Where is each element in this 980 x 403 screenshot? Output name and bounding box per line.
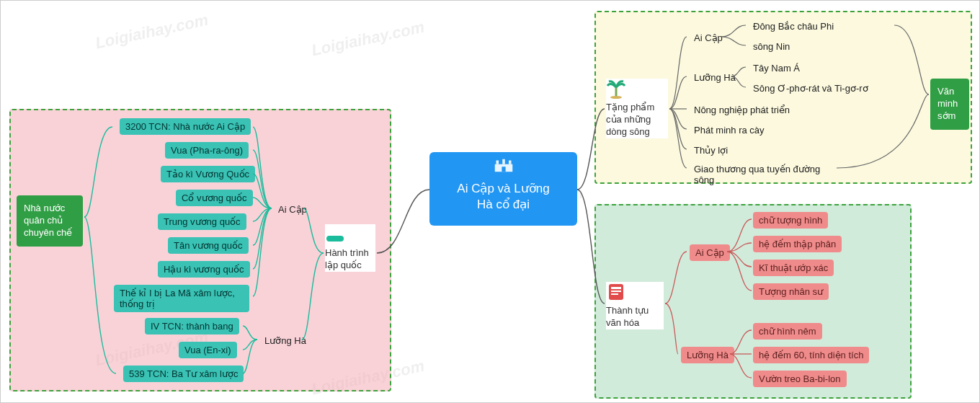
svg-rect-2 — [502, 159, 505, 164]
subgroup-luongha-tr: Lưỡng Hà — [688, 69, 741, 86]
leaf: Sông Ơ-phơ-rát và Ti-gơ-rơ — [747, 80, 874, 97]
leaf: 539 TCN: Ba Tư xâm lược — [123, 366, 244, 382]
subgroup-luongha-br: Lưỡng Hà — [681, 347, 734, 363]
leaf: Trung vương quốc — [158, 213, 246, 230]
subgroup-aicap-br: Ai Cập — [690, 244, 730, 261]
svg-point-6 — [329, 229, 333, 234]
subgroup-aicap-tr: Ai Cập — [688, 30, 729, 46]
branch-bottomright: Thành tựu văn hóa — [606, 282, 664, 329]
leaf: Giao thương qua tuyến đường sông — [688, 161, 832, 188]
watermark: Loigiaihay.com — [94, 11, 210, 53]
svg-rect-4 — [502, 167, 505, 172]
castle-icon — [494, 158, 514, 174]
branch-left-label: Hành trình lập quốc — [325, 247, 369, 270]
leaf: Cổ vương quốc — [176, 190, 253, 206]
svg-rect-11 — [611, 287, 621, 289]
branch-left: Hành trình lập quốc — [325, 224, 375, 272]
leaf: chữ tượng hình — [753, 212, 828, 229]
central-topic-label: Ai Cập và Lưỡng Hà cổ đại — [457, 182, 549, 211]
subgroup-luongha-left: Lưỡng Hà — [259, 332, 312, 349]
leaf: Thủy lợi — [688, 142, 734, 159]
leaf: Phát minh ra cày — [688, 122, 770, 138]
leaf: 3200 TCN: Nhà nước Ai Cập — [120, 118, 251, 135]
side-label-right: Văn minh sớm — [930, 79, 969, 130]
leaf: sông Nin — [747, 38, 796, 55]
svg-rect-3 — [509, 161, 512, 164]
svg-point-8 — [337, 229, 342, 234]
leaf: Tây Nam Á — [747, 60, 806, 76]
watermark: Loigiaihay.com — [310, 18, 426, 61]
leaf: hệ đếm thập phân — [753, 236, 842, 252]
leaf: Vườn treo Ba-bi-lon — [753, 371, 847, 387]
leaf: Tân vương quốc — [168, 237, 249, 254]
leaf: IV TCN: thành bang — [145, 318, 239, 335]
central-topic: Ai Cập và Lưỡng Hà cổ đại — [429, 152, 577, 226]
subgroup-aicap-left: Ai Cập — [272, 201, 313, 218]
svg-rect-12 — [611, 291, 621, 292]
leaf: Kĩ thuật ướp xác — [753, 260, 834, 276]
svg-point-9 — [610, 96, 622, 99]
svg-rect-1 — [496, 161, 499, 164]
leaf: chữ hình nêm — [753, 323, 822, 340]
leaf: Tượng nhân sư — [753, 283, 829, 300]
palm-icon — [606, 79, 626, 99]
branch-topright-label: Tặng phẩm của những dòng sông — [606, 102, 654, 137]
side-label-left: Nhà nước quân chủ chuyên chế — [17, 195, 83, 247]
svg-rect-13 — [611, 293, 618, 295]
leaf: Thế kỉ I bị La Mã xâm lược, thống trị — [114, 285, 249, 312]
leaf: Nông nghiệp phát triển — [688, 102, 796, 118]
svg-point-7 — [333, 228, 337, 232]
svg-rect-5 — [326, 236, 344, 242]
branch-bottomright-label: Thành tựu văn hóa — [606, 305, 649, 328]
leaf: Tảo kì Vương Quốc — [161, 166, 255, 182]
leaf: hệ đếm 60, tính diện tích — [753, 347, 869, 363]
leaf: Vua (Pha-ra-ông) — [165, 142, 249, 159]
flag-icon — [325, 224, 345, 244]
leaf: Hậu kì vương quốc — [158, 261, 250, 278]
branch-topright: Tặng phẩm của những dòng sông — [606, 79, 668, 138]
leaf: Đông Bắc châu Phi — [747, 18, 839, 35]
leaf: Vua (En-xi) — [179, 342, 237, 358]
scroll-icon — [606, 282, 626, 302]
